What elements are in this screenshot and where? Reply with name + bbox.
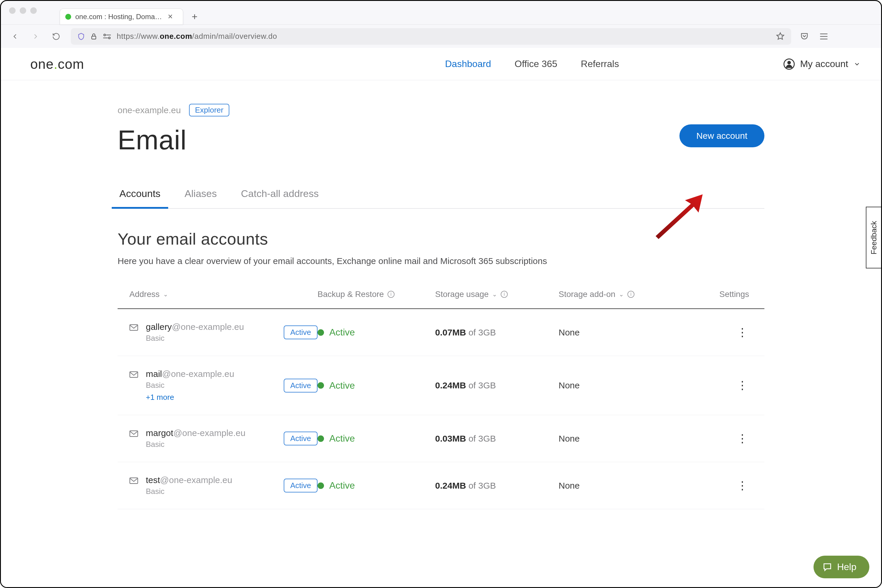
mail-icon [129, 477, 138, 484]
status-dot-icon [318, 382, 324, 388]
browser-tab-title: one.com : Hosting, Domain, Email [75, 13, 164, 21]
url-bar[interactable]: https://www.one.com/admin/mail/overview.… [71, 28, 791, 45]
storage-usage: 0.24MB of 3GB [435, 380, 559, 390]
plan-label: Basic [146, 487, 232, 496]
browser-tab[interactable]: one.com : Hosting, Domain, Email ✕ [60, 9, 183, 24]
new-tab-button[interactable]: + [188, 10, 201, 23]
pocket-icon[interactable] [800, 32, 809, 41]
sort-chevron-icon: ⌄ [163, 291, 168, 298]
status-dot-icon [318, 483, 324, 489]
svg-rect-10 [130, 431, 138, 436]
account-menu-label: My account [800, 58, 848, 69]
status-dot-icon [318, 329, 324, 336]
info-icon[interactable]: i [627, 291, 634, 298]
active-badge: Active [284, 379, 318, 393]
svg-rect-11 [130, 478, 138, 484]
account-menu[interactable]: My account [783, 58, 861, 70]
backup-status: Active [318, 433, 435, 444]
more-aliases-link[interactable]: +1 more [146, 393, 234, 402]
hamburger-menu-icon[interactable] [819, 33, 828, 40]
svg-rect-9 [130, 372, 138, 378]
forward-button[interactable] [30, 31, 42, 42]
active-badge: Active [284, 478, 318, 492]
svg-point-1 [104, 34, 105, 36]
plan-label: Basic [146, 440, 246, 449]
permissions-icon[interactable] [103, 33, 111, 40]
favicon-icon [65, 14, 71, 20]
nav-referrals[interactable]: Referrals [581, 58, 619, 69]
storage-usage: 0.07MB of 3GB [435, 327, 559, 338]
section-title: Your email accounts [118, 230, 764, 248]
traffic-close-icon[interactable] [9, 8, 16, 14]
storage-addon: None [559, 327, 688, 338]
table-row: gallery@one-example.eu Basic Active Acti… [118, 309, 764, 356]
chat-icon [822, 562, 832, 572]
back-button[interactable] [9, 31, 21, 42]
sort-chevron-icon: ⌄ [619, 291, 624, 298]
mail-icon [129, 371, 138, 378]
window-traffic-lights[interactable] [9, 8, 37, 14]
site-logo[interactable]: one.com [30, 56, 84, 72]
row-settings-menu[interactable]: ⋮ [737, 432, 758, 445]
plan-label: Basic [146, 381, 234, 390]
nav-office365[interactable]: Office 365 [514, 58, 557, 69]
lock-icon[interactable] [90, 32, 98, 40]
help-button[interactable]: Help [813, 556, 869, 578]
svg-point-3 [108, 37, 110, 39]
row-settings-menu[interactable]: ⋮ [737, 479, 758, 492]
breadcrumb-domain[interactable]: one-example.eu [118, 105, 181, 115]
storage-addon: None [559, 481, 688, 490]
plan-badge: Explorer [189, 104, 230, 116]
feedback-tab[interactable]: Feedback [866, 207, 881, 268]
active-badge: Active [284, 326, 318, 339]
mail-icon [129, 430, 138, 437]
reload-button[interactable] [50, 31, 62, 42]
svg-rect-0 [92, 36, 96, 39]
bookmark-star-icon[interactable] [776, 32, 784, 41]
col-backup: Backup & Restore i [318, 290, 435, 299]
storage-addon: None [559, 434, 688, 444]
section-subtitle: Here you have a clear overview of your e… [118, 256, 764, 266]
col-addon[interactable]: Storage add-on ⌄ i [559, 290, 688, 299]
email-address[interactable]: gallery@one-example.eu [146, 322, 244, 332]
info-icon[interactable]: i [387, 291, 394, 298]
tab-accounts[interactable]: Accounts [118, 188, 162, 208]
tab-aliases[interactable]: Aliases [183, 188, 219, 208]
nav-dashboard[interactable]: Dashboard [445, 58, 491, 69]
shield-icon[interactable] [77, 32, 85, 41]
info-icon[interactable]: i [501, 291, 508, 298]
storage-usage: 0.24MB of 3GB [435, 481, 559, 490]
table-row: test@one-example.eu Basic Active Active … [118, 462, 764, 509]
col-settings: Settings [688, 290, 758, 299]
sort-chevron-icon: ⌄ [492, 291, 497, 298]
email-address[interactable]: margot@one-example.eu [146, 428, 246, 438]
url-text: https://www.one.com/admin/mail/overview.… [117, 32, 771, 41]
chevron-down-icon [854, 61, 861, 68]
avatar-icon [783, 58, 795, 70]
row-settings-menu[interactable]: ⋮ [737, 379, 758, 392]
col-address[interactable]: Address ⌄ [129, 290, 318, 299]
active-badge: Active [284, 432, 318, 446]
status-dot-icon [318, 435, 324, 442]
row-settings-menu[interactable]: ⋮ [737, 326, 758, 339]
col-storage[interactable]: Storage usage ⌄ i [435, 290, 559, 299]
table-row: margot@one-example.eu Basic Active Activ… [118, 415, 764, 462]
traffic-min-icon[interactable] [20, 8, 26, 14]
tab-catchall[interactable]: Catch-all address [239, 188, 321, 208]
backup-status: Active [318, 480, 435, 491]
svg-rect-8 [130, 325, 138, 330]
mail-icon [129, 324, 138, 331]
traffic-max-icon[interactable] [30, 8, 37, 14]
table-row: mail@one-example.eu Basic +1 more Active… [118, 356, 764, 415]
page-title: Email [118, 124, 764, 156]
plan-label: Basic [146, 334, 244, 343]
email-address[interactable]: mail@one-example.eu [146, 369, 234, 379]
backup-status: Active [318, 380, 435, 391]
tab-close-icon[interactable]: ✕ [168, 13, 173, 21]
email-address[interactable]: test@one-example.eu [146, 475, 232, 485]
storage-addon: None [559, 380, 688, 390]
storage-usage: 0.03MB of 3GB [435, 434, 559, 444]
new-account-button[interactable]: New account [680, 124, 764, 147]
backup-status: Active [318, 327, 435, 338]
